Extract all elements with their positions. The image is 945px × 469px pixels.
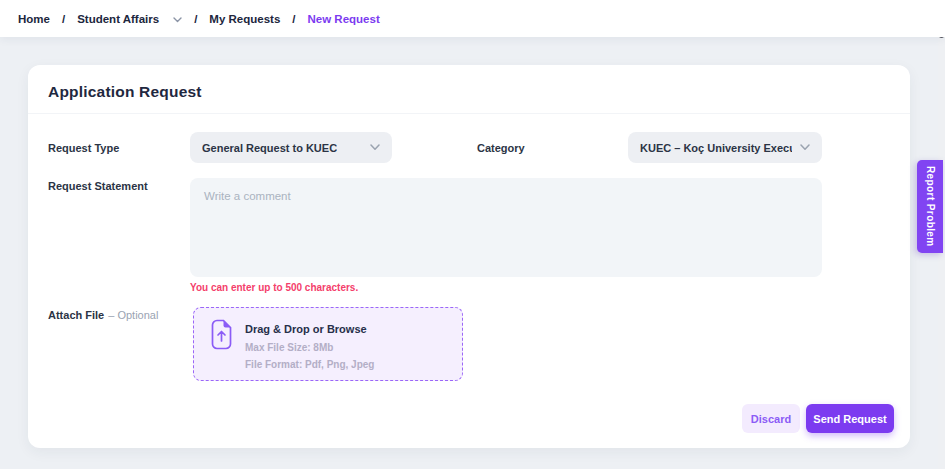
dropzone-title: Drag & Drop or Browse bbox=[245, 323, 367, 335]
breadcrumb-separator: / bbox=[62, 13, 65, 25]
breadcrumb-new-request[interactable]: New Request bbox=[308, 13, 380, 25]
breadcrumb-student-affairs[interactable]: Student Affairs bbox=[77, 13, 159, 25]
breadcrumb-my-requests[interactable]: My Requests bbox=[209, 13, 280, 25]
divider bbox=[28, 113, 910, 114]
file-dropzone[interactable]: Drag & Drop or Browse Max File Size: 8Mb… bbox=[193, 307, 463, 381]
category-value: KUEC – Koç University Executive Cou... bbox=[640, 142, 792, 154]
request-type-value: General Request to KUEC bbox=[202, 142, 337, 154]
chevron-down-icon[interactable] bbox=[173, 17, 182, 23]
optional-note: – Optional bbox=[108, 309, 158, 321]
chevron-down-icon bbox=[370, 144, 380, 151]
report-problem-label: Report Problem bbox=[925, 166, 936, 247]
dropzone-formats: File Format: Pdf, Png, Jpeg bbox=[245, 359, 374, 370]
discard-button[interactable]: Discard bbox=[742, 404, 800, 433]
category-label: Category bbox=[477, 142, 525, 154]
file-upload-icon bbox=[209, 319, 234, 354]
top-bar: Home / Student Affairs / My Requests / N… bbox=[0, 0, 945, 37]
chevron-down-icon bbox=[800, 144, 810, 151]
breadcrumb: Home / Student Affairs / My Requests / N… bbox=[18, 13, 380, 25]
send-request-button[interactable]: Send Request bbox=[806, 404, 894, 433]
breadcrumb-separator: / bbox=[194, 13, 197, 25]
request-statement-label: Request Statement bbox=[48, 180, 148, 192]
request-type-label: Request Type bbox=[48, 142, 119, 154]
page-title: Application Request bbox=[48, 83, 202, 101]
application-request-card: Application Request Request Type General… bbox=[28, 65, 910, 448]
breadcrumb-separator: / bbox=[292, 13, 295, 25]
attach-file-label: Attach File– Optional bbox=[48, 309, 158, 321]
dropzone-max-size: Max File Size: 8Mb bbox=[245, 342, 333, 353]
breadcrumb-home[interactable]: Home bbox=[18, 13, 50, 25]
attach-file-label-text: Attach File bbox=[48, 309, 104, 321]
character-limit-helper: You can enter up to 500 characters. bbox=[190, 282, 358, 293]
report-problem-tab[interactable]: Report Problem bbox=[917, 160, 943, 253]
category-select[interactable]: KUEC – Koç University Executive Cou... bbox=[628, 132, 822, 163]
request-type-select[interactable]: General Request to KUEC bbox=[190, 132, 392, 163]
request-statement-input[interactable] bbox=[190, 178, 822, 277]
